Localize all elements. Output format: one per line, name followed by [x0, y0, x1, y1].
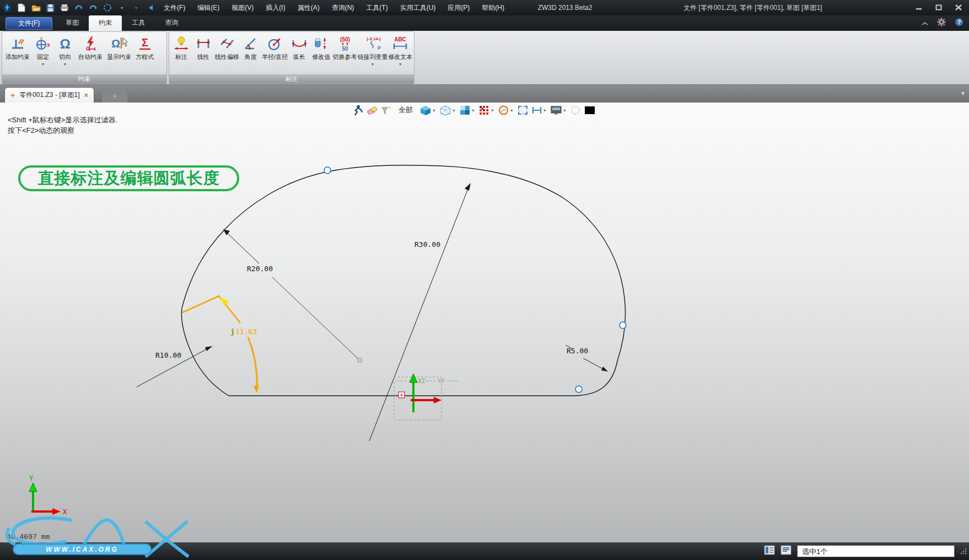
dimension-button[interactable]: 标注	[170, 34, 192, 62]
group-label-dimensions: 标注	[169, 74, 414, 84]
svg-text:(50): (50)	[340, 36, 350, 42]
linear-dimension-button[interactable]: 线性	[192, 34, 214, 62]
status-right-panel: 选中1个	[764, 544, 967, 558]
auto-constraint-icon: Ω	[82, 35, 99, 52]
open-file-icon[interactable]	[30, 2, 42, 14]
pick-loop-dropdown-icon[interactable]: ▾	[116, 2, 128, 14]
app-logo-icon	[1, 2, 13, 14]
angular-dimension-icon	[243, 35, 259, 52]
maximize-button[interactable]	[933, 3, 945, 12]
help-icon[interactable]: ?	[955, 18, 963, 29]
collapse-ribbon-icon[interactable]	[922, 18, 928, 28]
file-menu-button[interactable]: 文件(F)	[6, 17, 52, 30]
command-log-icon[interactable]	[780, 545, 792, 557]
angular-dimension-button[interactable]: 角度	[240, 34, 262, 62]
ribbon-group-constraints: 添加约束 Yx 固定 ▼ Ω 切向 ▼	[2, 31, 167, 84]
tangent-dropdown-icon[interactable]: ▼	[63, 62, 67, 67]
equation-icon: Σ	[137, 35, 153, 52]
document-tab-bar: + 零件001.Z3 - [草图1] × +	[0, 85, 969, 103]
sketch-point-bottom-right[interactable]	[575, 386, 582, 392]
dimension-r10[interactable]: R10.00	[137, 346, 212, 387]
show-constraint-icon: Ω	[111, 35, 127, 52]
tab-list-dropdown-icon[interactable]: ▼	[960, 90, 966, 96]
document-tab-new[interactable]: +	[102, 89, 127, 103]
fixed-dropdown-icon[interactable]: ▼	[41, 62, 45, 67]
sketch-geometry[interactable]: R20.00 R30.00 R10.00 R5.00	[0, 103, 969, 542]
save-icon[interactable]	[44, 2, 56, 14]
arc-length-dimension-button[interactable]: 弧长	[288, 34, 310, 62]
menu-applications[interactable]: 应用(P)	[442, 0, 476, 15]
sketch-point-right[interactable]	[620, 322, 626, 329]
selected-dim-prefix: j	[230, 327, 235, 336]
svg-text:?: ?	[957, 19, 961, 25]
auto-constraint-button[interactable]: Ω 自动约束	[76, 34, 105, 62]
modify-value-icon	[313, 35, 330, 52]
menu-edit[interactable]: 编辑(E)	[191, 0, 225, 15]
svg-text:PI: PI	[378, 45, 381, 51]
svg-text:Σ: Σ	[141, 36, 148, 49]
tangent-constraint-button[interactable]: Ω 切向 ▼	[54, 34, 76, 68]
sketch-point-top[interactable]	[324, 167, 331, 174]
modify-text-button[interactable]: ABC 修改文本 ▼	[387, 34, 413, 68]
svg-text:Ω: Ω	[111, 37, 120, 50]
triad-x-label: X	[63, 508, 67, 516]
dimension-r5[interactable]: R5.00	[566, 345, 608, 371]
print-icon[interactable]	[58, 2, 71, 14]
world-triad: Y X	[29, 475, 67, 516]
tab-sketch[interactable]: 草图	[56, 15, 89, 31]
dimension-r30[interactable]: R30.00	[369, 183, 471, 441]
modify-value-button[interactable]: 修改值	[310, 34, 332, 62]
menu-tools[interactable]: 工具(T)	[360, 0, 394, 15]
sketch-profile-curve[interactable]	[181, 165, 625, 396]
toolbar-options-icon[interactable]: ▿	[130, 2, 142, 14]
menu-view[interactable]: 视图(V)	[225, 0, 260, 15]
origin-datum[interactable]: XZ XY	[394, 374, 459, 420]
title-bar: ▾ ▿ 文件(F) 编辑(E) 视图(V) 插入(I) 属性(A) 查询(N) …	[0, 0, 969, 15]
document-tab-active[interactable]: + 零件001.Z3 - [草图1] ×	[4, 87, 94, 103]
settings-gear-icon[interactable]	[937, 18, 946, 29]
new-file-icon[interactable]	[15, 2, 28, 14]
menu-file[interactable]: 文件(F)	[158, 0, 191, 15]
dimension-r20[interactable]: R20.00	[223, 229, 362, 362]
collapse-left-icon[interactable]	[144, 2, 157, 14]
ribbon-group-dimensions: 标注 线性 线性偏移	[169, 31, 414, 84]
selected-arc-length-dimension[interactable]: j 11.63	[182, 296, 259, 393]
svg-text:50: 50	[342, 46, 348, 51]
radial-dimension-icon	[267, 35, 283, 52]
add-constraint-button[interactable]: 添加约束	[3, 34, 32, 62]
undo-icon[interactable]	[73, 2, 85, 14]
dim-label-r30: R30.00	[414, 240, 440, 249]
origin-plane-xz-label: XZ	[418, 378, 426, 385]
selection-status-field[interactable]: 选中1个	[797, 545, 955, 557]
dim-label-r20: R20.00	[247, 265, 273, 273]
modify-text-dropdown-icon[interactable]: ▼	[399, 62, 402, 67]
add-constraint-icon	[9, 35, 26, 52]
menu-insert[interactable]: 插入(I)	[260, 0, 291, 15]
redo-icon[interactable]	[87, 2, 99, 14]
link-to-variable-button[interactable]: |-3.14-|PI 链接到变量 ▼	[357, 34, 387, 68]
resize-grip[interactable]	[960, 548, 967, 554]
tab-add-icon[interactable]: +	[10, 91, 15, 100]
toggle-reference-button[interactable]: (50)50 切换参考	[332, 34, 358, 62]
tab-inquire[interactable]: 查询	[155, 15, 188, 31]
show-constraint-button[interactable]: Ω 显示约束	[105, 34, 133, 62]
close-button[interactable]	[952, 3, 965, 12]
minimize-button[interactable]	[913, 3, 925, 12]
pick-loop-icon[interactable]	[101, 2, 114, 14]
link-to-variable-dropdown-icon[interactable]: ▼	[370, 62, 374, 67]
menu-utilities[interactable]: 实用工具(U)	[394, 0, 442, 15]
menu-attributes[interactable]: 属性(A)	[292, 0, 326, 15]
radial-dimension-button[interactable]: 半径/直径	[262, 34, 288, 62]
menu-inquire[interactable]: 查询(N)	[326, 0, 360, 15]
sketch-viewport[interactable]: 全部 ▼ ▼ ▼ ▼ ▼	[0, 103, 969, 542]
linear-offset-dimension-icon	[219, 35, 235, 52]
fixed-constraint-icon: Yx	[35, 35, 51, 52]
tab-tools[interactable]: 工具	[122, 15, 155, 31]
arc-length-dimension-icon	[291, 35, 308, 52]
show-ui-panel-icon[interactable]	[764, 545, 775, 557]
tab-close-icon[interactable]: ×	[84, 91, 89, 99]
equation-button[interactable]: Σ 方程式	[133, 34, 156, 62]
fixed-constraint-button[interactable]: Yx 固定 ▼	[32, 34, 54, 68]
linear-offset-dimension-button[interactable]: 线性偏移	[214, 34, 240, 62]
tab-constraint[interactable]: 约束	[89, 15, 122, 31]
